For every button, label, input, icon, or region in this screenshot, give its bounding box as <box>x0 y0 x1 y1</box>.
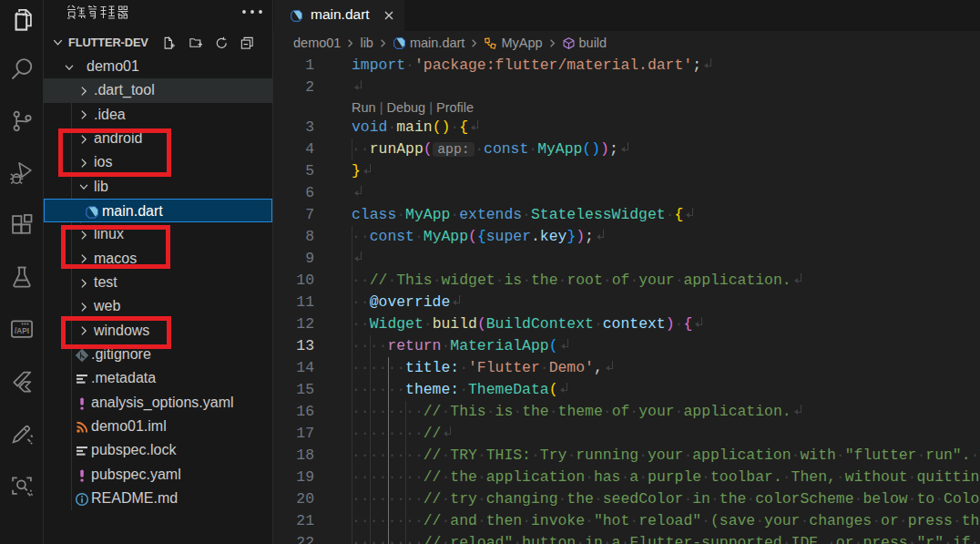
svg-text:/API: /API <box>15 327 29 335</box>
